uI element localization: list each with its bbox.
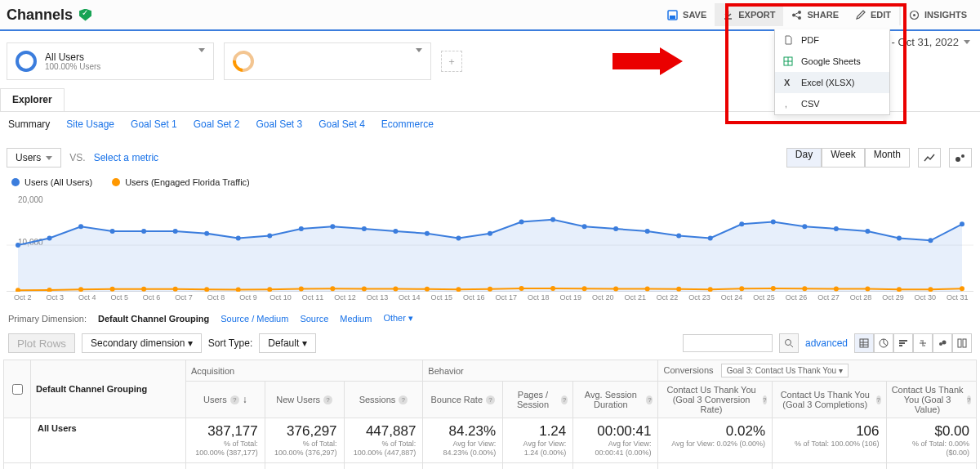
- column-header[interactable]: New Users?: [265, 382, 344, 418]
- granularity-week[interactable]: Week: [822, 148, 864, 168]
- export-option-csv[interactable]: , CSV: [775, 93, 889, 114]
- conversions-goal-selector[interactable]: Goal 3: Contact Us Thank You ▾: [721, 364, 849, 377]
- svg-point-32: [613, 226, 618, 231]
- segment-card-all-users[interactable]: All Users 100.00% Users: [7, 42, 214, 80]
- svg-point-21: [267, 234, 272, 239]
- annotation-arrow-icon: [612, 47, 686, 75]
- x-tick: Oct 25: [748, 293, 780, 302]
- x-tick: Oct 27: [813, 293, 844, 302]
- sort-type-label: Sort Type:: [208, 337, 252, 349]
- help-icon[interactable]: ?: [486, 395, 495, 404]
- line-chart-icon: [924, 153, 935, 163]
- save-button[interactable]: SAVE: [659, 3, 715, 26]
- advanced-filter-link[interactable]: advanced: [805, 337, 848, 349]
- column-header[interactable]: Contact Us Thank You (Goal 3 Value)?: [886, 382, 977, 418]
- export-button[interactable]: EXPORT: [715, 3, 783, 26]
- row-label: [31, 462, 186, 469]
- primary-dimension-link[interactable]: Medium: [340, 314, 372, 324]
- search-icon: [784, 338, 794, 348]
- column-header[interactable]: Avg. Session Duration?: [573, 382, 658, 418]
- chart-type-toggle[interactable]: [918, 148, 941, 168]
- table-search-button[interactable]: [779, 333, 799, 353]
- select-metric-link[interactable]: Select a metric: [94, 152, 158, 163]
- primary-dimension-link[interactable]: Source: [300, 314, 328, 324]
- help-icon[interactable]: ?: [323, 395, 332, 404]
- table-cell: 2.42Avg for View: 1.24 (95.23%): [503, 462, 573, 469]
- report-nav-goal-set-3[interactable]: Goal Set 3: [256, 118, 302, 130]
- sort-type-selector[interactable]: Default ▾: [259, 333, 315, 353]
- share-button[interactable]: SHARE: [783, 3, 847, 26]
- export-option-excel[interactable]: X Excel (XLSX): [775, 72, 889, 93]
- view-mode-data-table[interactable]: [854, 333, 874, 353]
- help-icon[interactable]: ?: [763, 395, 767, 404]
- help-icon[interactable]: ?: [967, 395, 971, 404]
- x-tick: Oct 6: [136, 293, 167, 302]
- help-icon[interactable]: ?: [561, 395, 568, 404]
- view-mode-performance[interactable]: [893, 333, 913, 353]
- view-mode-pie[interactable]: [874, 333, 893, 353]
- export-option-google-sheets[interactable]: Google Sheets: [775, 51, 889, 72]
- segment-card-secondary[interactable]: [224, 42, 431, 80]
- svg-rect-80: [958, 339, 961, 347]
- column-header[interactable]: Contact Us Thank You (Goal 3 Completions…: [773, 382, 886, 418]
- svg-point-24: [362, 226, 367, 231]
- x-tick: Oct 14: [394, 293, 425, 302]
- edit-button[interactable]: EDIT: [847, 3, 899, 26]
- report-nav-ecommerce[interactable]: Ecommerce: [381, 118, 434, 130]
- granularity-month[interactable]: Month: [865, 148, 910, 168]
- table-search-input[interactable]: [683, 334, 773, 352]
- svg-point-39: [834, 226, 839, 231]
- chevron-down-icon: [416, 48, 422, 52]
- svg-point-52: [267, 287, 272, 292]
- x-tick: Oct 20: [586, 293, 618, 302]
- export-option-pdf[interactable]: PDF: [775, 29, 889, 51]
- date-range-selector[interactable]: 22 - Oct 31, 2022: [877, 36, 970, 48]
- svg-point-11: [961, 154, 964, 158]
- motion-chart-toggle[interactable]: [949, 148, 972, 168]
- add-segment-button[interactable]: ＋: [441, 51, 462, 72]
- report-nav-site-usage[interactable]: Site Usage: [66, 118, 114, 130]
- help-icon[interactable]: ?: [230, 395, 239, 404]
- view-mode-pivot[interactable]: [952, 333, 972, 353]
- column-header[interactable]: Bounce Rate?: [423, 382, 503, 418]
- svg-point-55: [362, 287, 367, 292]
- x-tick: Oct 28: [844, 293, 876, 302]
- svg-point-59: [488, 287, 492, 292]
- view-mode-term-cloud[interactable]: [933, 333, 952, 353]
- report-nav-goal-set-2[interactable]: Goal Set 2: [194, 118, 240, 130]
- download-icon: [723, 10, 733, 20]
- tab-explorer[interactable]: Explorer: [0, 88, 65, 111]
- primary-dimension-active[interactable]: Default Channel Grouping: [98, 314, 209, 324]
- column-header[interactable]: Sessions?: [344, 382, 423, 418]
- primary-dimension-link[interactable]: Other ▾: [383, 313, 413, 324]
- x-tick: Oct 5: [103, 293, 135, 302]
- column-group-behavior: Behavior: [423, 360, 658, 382]
- report-nav-summary[interactable]: Summary: [8, 118, 50, 130]
- help-icon[interactable]: ?: [876, 395, 881, 404]
- svg-point-68: [771, 286, 776, 291]
- secondary-dimension-selector[interactable]: Secondary dimension ▾: [82, 333, 202, 353]
- x-tick: Oct 13: [361, 293, 393, 302]
- column-header[interactable]: Contact Us Thank You (Goal 3 Conversion …: [658, 382, 773, 418]
- help-icon[interactable]: ?: [399, 395, 408, 404]
- x-tick: Oct 3: [38, 293, 70, 302]
- column-header[interactable]: Users?↓: [186, 382, 265, 418]
- metric-selector[interactable]: Users: [7, 148, 61, 168]
- primary-dimension-link[interactable]: Source / Medium: [220, 314, 288, 324]
- export-menu: PDF Google Sheets X Excel (XLSX) , CSV: [774, 29, 890, 115]
- report-nav-goal-set-4[interactable]: Goal Set 4: [318, 118, 365, 130]
- column-header[interactable]: Pages / Session?: [503, 382, 573, 418]
- svg-point-36: [739, 221, 744, 226]
- top-bar: Channels SAVE EXPORT SHARE EDIT: [0, 0, 980, 31]
- report-nav-goal-set-1[interactable]: Goal Set 1: [131, 118, 177, 130]
- svg-point-46: [78, 287, 83, 292]
- table-cell: 00:00:41Avg for View: 00:00:41 (0.00%): [573, 418, 658, 463]
- granularity-day[interactable]: Day: [786, 148, 822, 168]
- select-all-checkbox[interactable]: [12, 384, 23, 395]
- view-mode-comparison[interactable]: [913, 333, 933, 353]
- svg-point-17: [141, 229, 146, 234]
- insights-button[interactable]: INSIGHTS: [901, 3, 975, 26]
- help-icon[interactable]: ?: [646, 395, 653, 404]
- segment-title: All Users: [45, 52, 100, 62]
- chart-legend: Users (All Users) Users (Engaged Florida…: [0, 172, 980, 187]
